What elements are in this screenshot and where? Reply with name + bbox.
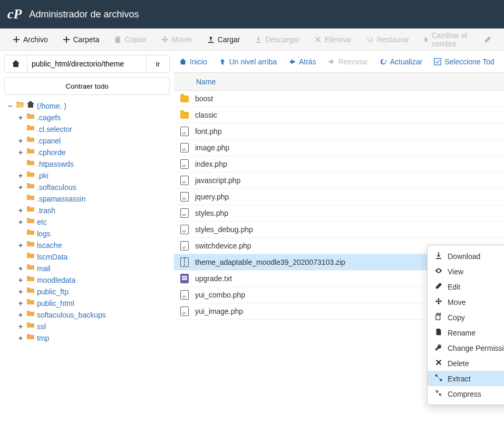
tree-item[interactable]: +.cphorde (17, 147, 170, 158)
tree-item-label[interactable]: public_ftp (37, 286, 69, 298)
tree-item-label[interactable]: .trash (37, 205, 55, 216)
tree-item[interactable]: +mail (17, 263, 170, 274)
new-folder-button[interactable]: Carpeta (55, 32, 107, 47)
tree-item-label[interactable]: public_html (37, 298, 74, 309)
tree-item[interactable]: +.cagefs (17, 112, 170, 123)
collapse-all-button[interactable]: Contraer todo (4, 77, 170, 95)
tree-item[interactable]: +.pki (17, 170, 170, 181)
tree-item-label[interactable]: .cpanel (37, 135, 61, 147)
download-button[interactable]: Descargar (247, 32, 307, 47)
select-all-button[interactable]: Seleccione Tod (434, 58, 495, 66)
file-row[interactable]: jquery.php (174, 189, 504, 205)
expand-icon[interactable]: + (17, 181, 24, 193)
nav-forward-button[interactable]: Reenviar (328, 58, 368, 66)
tree-item[interactable]: +.softaculous (17, 181, 170, 193)
expand-icon[interactable]: + (17, 332, 24, 344)
expand-icon[interactable]: + (17, 286, 24, 298)
file-row[interactable]: javascript.php (174, 173, 504, 189)
tree-item-label[interactable]: ssl (37, 321, 46, 332)
tree-item[interactable]: +.spamassassin (17, 193, 170, 205)
tree-item-label[interactable]: .htpasswds (37, 158, 74, 170)
tree-item[interactable]: +.cpanel (17, 135, 170, 147)
tree-item[interactable]: +softaculous_backups (17, 309, 170, 321)
tree-item-label[interactable]: lscmData (37, 251, 67, 263)
upload-button[interactable]: Cargar (200, 32, 248, 47)
file-row[interactable]: styles.php (174, 205, 504, 222)
context-menu-label: Edit (448, 283, 460, 291)
file-row[interactable]: font.php (174, 123, 504, 140)
expand-icon[interactable]: + (17, 112, 24, 123)
context-menu-item[interactable]: Download (428, 248, 504, 264)
expand-icon[interactable]: + (17, 263, 24, 274)
context-menu-item[interactable]: Move (428, 294, 504, 310)
tree-item-label[interactable]: softaculous_backups (37, 309, 106, 321)
tree-item-label[interactable]: .cl.selector (37, 123, 72, 135)
tree-item-label[interactable]: etc (37, 216, 47, 228)
expand-icon[interactable]: + (17, 321, 24, 332)
path-input[interactable] (27, 55, 147, 73)
context-menu-item[interactable]: Extract (428, 371, 504, 386)
context-menu-item[interactable]: Change Permissions (428, 340, 504, 356)
tree-item[interactable]: +public_html (17, 298, 170, 309)
tree-item[interactable]: +.cl.selector (17, 123, 170, 135)
rename-button[interactable]: Cambiar el nombre (416, 28, 477, 51)
context-menu-item[interactable]: Delete (428, 356, 504, 371)
tree-item[interactable]: +ssl (17, 321, 170, 332)
tree-item-label[interactable]: lscache (37, 240, 62, 251)
tree-item-label[interactable]: mail (37, 263, 51, 274)
context-menu-item[interactable]: Rename (428, 325, 504, 340)
nav-up-button[interactable]: Un nivel arriba (219, 58, 277, 66)
file-row[interactable]: image.php (174, 140, 504, 156)
file-row[interactable]: boost (174, 91, 504, 107)
edit-button[interactable] (477, 33, 499, 46)
context-menu-item[interactable]: Copy (428, 310, 504, 325)
tree-item[interactable]: +lscmData (17, 251, 170, 263)
tree-item[interactable]: +tmp (17, 332, 170, 344)
expand-icon[interactable]: + (17, 216, 24, 228)
move-button[interactable]: Mover (154, 32, 200, 47)
tree-item-label[interactable]: .softaculous (37, 181, 76, 193)
tree-item[interactable]: +lscache (17, 240, 170, 251)
tree-item-label[interactable]: moodledata (37, 274, 75, 286)
expand-icon[interactable]: + (17, 135, 24, 147)
go-button[interactable]: Ir (147, 55, 170, 73)
tree-root[interactable]: − (/home. ) (6, 100, 170, 112)
expand-icon[interactable]: + (17, 274, 24, 286)
delete-button[interactable]: Eliminar (307, 32, 359, 47)
nav-reload-button[interactable]: Actualizar (380, 58, 422, 66)
tree-item[interactable]: +etc (17, 216, 170, 228)
copy-button[interactable]: Copiar (107, 32, 154, 47)
context-menu-item[interactable]: Compress (428, 386, 504, 401)
tree-item[interactable]: +logs (17, 228, 170, 240)
tree-item[interactable]: +moodledata (17, 274, 170, 286)
nav-home-button[interactable]: Inicio (179, 58, 207, 66)
file-row[interactable]: index.php (174, 156, 504, 173)
expand-icon[interactable]: + (17, 205, 24, 216)
new-file-button[interactable]: Archivo (5, 32, 55, 47)
tree-item[interactable]: +.trash (17, 205, 170, 216)
tree-item-label[interactable]: .cphorde (37, 147, 65, 158)
tree-item-label[interactable]: .spamassassin (37, 193, 86, 205)
expand-icon[interactable]: + (17, 298, 24, 309)
collapse-icon[interactable]: − (6, 100, 14, 112)
tree-item-label[interactable]: logs (37, 228, 51, 240)
tree-item-label[interactable]: tmp (37, 332, 49, 344)
tree-item-label[interactable]: .pki (37, 170, 49, 181)
expand-icon[interactable]: + (17, 147, 24, 158)
context-menu-item[interactable]: Edit (428, 279, 504, 294)
up-arrow-icon (219, 58, 226, 65)
path-home-button[interactable] (4, 55, 27, 73)
nav-back-button[interactable]: Atrás (288, 58, 316, 66)
tree-root-label[interactable]: (/home. ) (37, 100, 66, 112)
restore-button[interactable]: Restaurar (359, 32, 416, 47)
file-row[interactable]: classic (174, 107, 504, 123)
file-row[interactable]: styles_debug.php (174, 222, 504, 238)
tree-item-label[interactable]: .cagefs (37, 112, 61, 123)
expand-icon[interactable]: + (17, 170, 24, 181)
context-menu-item[interactable]: View (428, 264, 504, 279)
tree-item[interactable]: +public_ftp (17, 286, 170, 298)
expand-icon[interactable]: + (17, 309, 24, 321)
expand-icon[interactable]: + (17, 240, 24, 251)
tree-item[interactable]: +.htpasswds (17, 158, 170, 170)
name-column-header[interactable]: Name (196, 78, 216, 86)
